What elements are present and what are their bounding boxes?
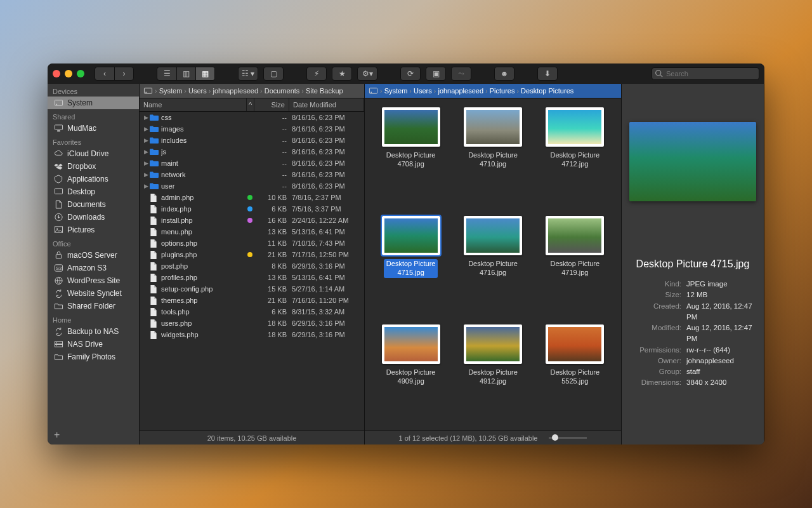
path-segment[interactable]: Desktop Pictures [521, 87, 573, 95]
file-row[interactable]: menu.php13 KB5/13/16, 6:41 PM [140, 226, 364, 237]
sidebar-item[interactable]: MudMac [48, 122, 139, 135]
minimize-button[interactable] [65, 70, 72, 77]
file-row[interactable]: options.php11 KB7/10/16, 7:43 PM [140, 237, 364, 249]
file-icon [150, 319, 159, 327]
view-columns-icon[interactable]: ▥ [176, 67, 195, 80]
close-button[interactable] [53, 70, 60, 77]
quick-action-icon[interactable]: ⚡︎ [307, 67, 326, 80]
sidebar-item[interactable]: Documents [48, 198, 139, 211]
file-list[interactable]: ▶css--8/16/16, 6:23 PM▶images--8/16/16, … [140, 112, 364, 431]
action-gear-icon[interactable]: ⚙︎▾ [358, 67, 377, 80]
sidebar-item[interactable]: System [48, 97, 139, 109]
chevron-right-icon: › [301, 87, 304, 95]
sidebar-item[interactable]: NAS Drive [48, 338, 139, 351]
path-segment[interactable]: Site Backup [306, 87, 343, 95]
col-date[interactable]: Date Modified [289, 98, 364, 111]
folder-row[interactable]: ▶network--8/16/16, 6:23 PM [140, 169, 364, 180]
path-segment[interactable]: System [159, 87, 183, 95]
folder-row[interactable]: ▶maint--8/16/16, 6:23 PM [140, 157, 364, 169]
folder-row[interactable]: ▶includes--8/16/16, 6:23 PM [140, 135, 364, 146]
grid-item[interactable]: Desktop Picture4909.jpg [373, 324, 449, 422]
search-field[interactable] [652, 67, 759, 80]
arrange-button[interactable]: ☷ ▾ [239, 67, 258, 80]
add-location-button[interactable]: + [48, 425, 139, 444]
zoom-slider[interactable] [549, 437, 587, 439]
grid-item[interactable]: Desktop Picture4708.jpg [373, 107, 449, 204]
sidebar-item[interactable]: Desktop [48, 185, 139, 198]
sidebar-item[interactable]: WordPress Site [48, 274, 139, 287]
grid-item[interactable]: Desktop Picture4716.jpg [455, 216, 531, 313]
column-headers[interactable]: Name ^ Size Date Modified [140, 98, 364, 112]
file-row[interactable]: users.php18 KB6/29/16, 3:16 PM [140, 318, 364, 329]
sidebar-item[interactable]: Shared Folder [48, 300, 139, 312]
folder-row[interactable]: ▶images--8/16/16, 6:23 PM [140, 123, 364, 135]
path-segment[interactable]: Documents [265, 87, 300, 95]
file-row[interactable]: tools.php6 KB8/31/15, 3:32 AM [140, 306, 364, 318]
sidebar-item[interactable]: S3Amazon S3 [48, 262, 139, 274]
sidebar-item[interactable]: Applications [48, 173, 139, 185]
grid-item[interactable]: Desktop Picture4710.jpg [455, 107, 531, 204]
file-row[interactable]: setup-config.php15 KB5/27/16, 1:14 AM [140, 283, 364, 295]
file-row[interactable]: post.php8 KB6/29/16, 3:16 PM [140, 260, 364, 272]
sidebar-item[interactable]: Website Synclet [48, 287, 139, 300]
sidebar-item[interactable]: Backup to NAS [48, 325, 139, 338]
grid-item[interactable]: Desktop Picture4719.jpg [537, 216, 613, 313]
file-row[interactable]: index.php6 KB7/5/16, 3:37 PM [140, 203, 364, 215]
folder-row[interactable]: ▶user--8/16/16, 6:23 PM [140, 180, 364, 192]
disclosure-triangle-icon[interactable]: ▶ [142, 126, 150, 132]
sort-indicator-icon[interactable]: ^ [247, 98, 254, 111]
path-bar-right[interactable]: ›System›Users›johnappleseed›Pictures›Des… [365, 84, 621, 98]
search-input[interactable] [652, 67, 759, 80]
grid-item[interactable]: Desktop Picture4715.jpg [373, 216, 449, 313]
grid-item[interactable]: Desktop Picture5525.jpg [537, 324, 613, 422]
file-row[interactable]: profiles.php13 KB5/13/16, 6:41 PM [140, 272, 364, 283]
disclosure-triangle-icon[interactable]: ▶ [142, 171, 150, 178]
back-button[interactable]: ‹ [95, 67, 114, 80]
disclosure-triangle-icon[interactable]: ▶ [142, 183, 150, 189]
sidebar-item[interactable]: Pictures [48, 224, 139, 236]
preview-metadata: Kind:JPEG imageSize:12 MBCreated:Aug 12,… [629, 279, 756, 389]
folder-row[interactable]: ▶css--8/16/16, 6:23 PM [140, 112, 364, 123]
path-segment[interactable]: johnappleseed [213, 87, 258, 95]
disclosure-triangle-icon[interactable]: ▶ [142, 149, 150, 155]
path-segment[interactable]: johnappleseed [438, 87, 483, 95]
folder-row[interactable]: ▶js--8/16/16, 6:23 PM [140, 146, 364, 157]
path-segment[interactable]: Users [414, 87, 432, 95]
sidebar-item[interactable]: Dropbox [48, 160, 139, 173]
sidebar-item[interactable]: Downloads [48, 211, 139, 224]
sync-icon[interactable]: ⟳ [401, 67, 420, 80]
grid-item[interactable]: Desktop Picture4712.jpg [537, 107, 613, 204]
path-segment[interactable]: Pictures [490, 87, 515, 95]
col-size[interactable]: Size [254, 98, 289, 111]
view-list-icon[interactable]: ☰ [157, 67, 176, 80]
file-row[interactable]: admin.php10 KB7/8/16, 2:37 PM [140, 192, 364, 203]
disclosure-triangle-icon[interactable]: ▶ [142, 137, 150, 144]
col-name[interactable]: Name [140, 98, 247, 111]
file-row[interactable]: plugins.php21 KB7/17/16, 12:50 PM [140, 249, 364, 260]
status-bar-right: 1 of 12 selected (12 MB), 10.25 GB avail… [365, 431, 621, 444]
zoom-button[interactable] [77, 70, 84, 77]
file-row[interactable]: themes.php21 KB7/16/16, 11:20 PM [140, 295, 364, 306]
disclosure-triangle-icon[interactable]: ▶ [142, 114, 150, 121]
path-bar-left[interactable]: ›System›Users›johnappleseed›Documents›Si… [140, 84, 364, 98]
path-segment[interactable]: System [384, 87, 408, 95]
info-face-icon[interactable]: ☻ [495, 67, 514, 80]
download-icon[interactable]: ⬇ [538, 67, 557, 80]
file-row[interactable]: widgets.php18 KB6/29/16, 3:16 PM [140, 329, 364, 340]
grid-item[interactable]: Desktop Picture4912.jpg [455, 324, 531, 422]
icon-grid[interactable]: Desktop Picture4708.jpgDesktop Picture47… [365, 98, 621, 431]
sidebar-item[interactable]: iCloud Drive [48, 147, 139, 160]
disclosure-triangle-icon[interactable]: ▶ [142, 160, 150, 166]
view-icons-icon[interactable]: ▦ [195, 67, 214, 80]
sidebar-item[interactable]: Family Photos [48, 351, 139, 363]
file-row[interactable]: install.php16 KB2/24/16, 12:22 AM [140, 215, 364, 226]
forward-button[interactable]: › [114, 67, 133, 80]
sidebar-item[interactable]: macOS Server [48, 249, 139, 262]
metadata-row: Permissions:rw-r--r-- (644) [629, 345, 756, 356]
terminal-icon[interactable]: ▣ [426, 67, 445, 80]
link-icon[interactable]: ⤳ [452, 67, 471, 80]
path-segment[interactable]: Users [188, 87, 207, 95]
favorite-icon[interactable]: ★ [332, 67, 351, 80]
new-doc-button[interactable]: ▢ [264, 67, 283, 80]
svg-rect-20 [369, 88, 377, 93]
